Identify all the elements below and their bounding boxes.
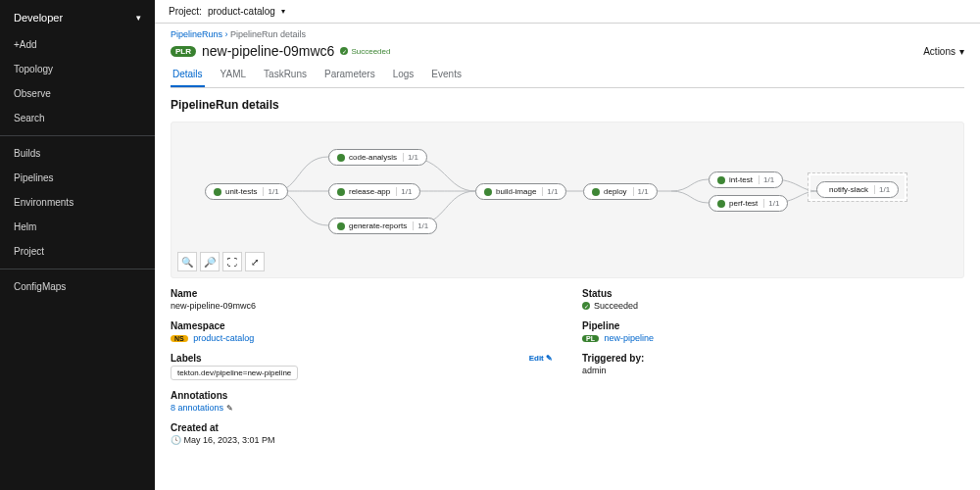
node-unit-tests[interactable]: unit-tests 1/1 bbox=[205, 183, 288, 200]
sidebar-item-project[interactable]: Project bbox=[0, 240, 155, 263]
node-perf-test[interactable]: perf-test 1/1 bbox=[709, 195, 788, 212]
sidebar-item-helm[interactable]: Helm bbox=[0, 216, 155, 238]
tabs: Details YAML TaskRuns Parameters Logs Ev… bbox=[171, 63, 964, 88]
tab-parameters[interactable]: Parameters bbox=[322, 63, 377, 87]
node-code-analysis[interactable]: code-analysis 1/1 bbox=[328, 149, 427, 166]
node-ratio: 1/1 bbox=[874, 185, 890, 194]
success-icon bbox=[214, 188, 221, 196]
sidebar-item-environments[interactable]: Environments bbox=[0, 191, 155, 214]
status-text: Succeeded bbox=[351, 47, 390, 56]
triggered-key: Triggered by: bbox=[582, 353, 964, 364]
success-icon: ✓ bbox=[340, 47, 348, 55]
node-label: perf-test bbox=[729, 199, 758, 208]
node-label: code-analysis bbox=[349, 153, 397, 162]
namespace-badge: NS bbox=[171, 335, 188, 342]
node-int-test[interactable]: int-test 1/1 bbox=[709, 172, 783, 188]
node-label: notify-slack bbox=[829, 185, 868, 194]
node-label: int-test bbox=[729, 175, 753, 184]
namespace-link[interactable]: product-catalog bbox=[193, 333, 254, 343]
tab-taskruns[interactable]: TaskRuns bbox=[262, 63, 309, 87]
node-ratio: 1/1 bbox=[413, 221, 428, 230]
node-label: unit-tests bbox=[225, 187, 257, 196]
success-icon bbox=[592, 188, 600, 196]
success-icon bbox=[484, 188, 492, 196]
actions-menu[interactable]: Actions ▾ bbox=[923, 46, 964, 57]
sidebar-item-topology[interactable]: Topology bbox=[0, 58, 155, 80]
sidebar-item-pipelines[interactable]: Pipelines bbox=[0, 167, 155, 189]
node-ratio: 1/1 bbox=[403, 153, 418, 162]
success-icon bbox=[337, 154, 345, 162]
success-icon bbox=[337, 188, 345, 196]
node-build-image[interactable]: build-image 1/1 bbox=[475, 183, 566, 200]
perspective-label: Developer bbox=[14, 12, 63, 24]
divider bbox=[0, 269, 155, 270]
pencil-icon: ✎ bbox=[546, 354, 553, 363]
sidebar-item-builds[interactable]: Builds bbox=[0, 142, 155, 165]
divider bbox=[0, 135, 155, 136]
node-notify-slack[interactable]: notify-slack 1/1 bbox=[816, 181, 899, 198]
node-label: build-image bbox=[496, 187, 536, 196]
tab-logs[interactable]: Logs bbox=[391, 63, 416, 87]
node-ratio: 1/1 bbox=[263, 187, 278, 196]
chevron-down-icon: ▾ bbox=[959, 46, 964, 57]
annotations-key: Annotations bbox=[171, 390, 553, 401]
perspective-switcher[interactable]: Developer ▾ bbox=[0, 6, 155, 33]
sidebar-item-configmaps[interactable]: ConfigMaps bbox=[0, 275, 155, 298]
zoom-in-button[interactable]: 🔍 bbox=[177, 252, 197, 271]
created-value: May 16, 2023, 3:01 PM bbox=[184, 435, 275, 445]
success-icon bbox=[717, 176, 725, 184]
node-ratio: 1/1 bbox=[396, 187, 412, 196]
triggered-value: admin bbox=[582, 366, 964, 375]
edit-labels-link[interactable]: Edit ✎ bbox=[529, 354, 553, 363]
node-label: deploy bbox=[604, 187, 627, 196]
success-icon bbox=[337, 222, 345, 230]
main-content: Project: product-catalog ▾ PipelineRuns … bbox=[155, 0, 980, 490]
chevron-down-icon: ▾ bbox=[136, 13, 141, 23]
created-key: Created at bbox=[171, 422, 553, 433]
status-key: Status bbox=[582, 288, 964, 299]
label-chip[interactable]: tekton.dev/pipeline=new-pipeline bbox=[171, 366, 298, 380]
zoom-out-button[interactable]: 🔎 bbox=[200, 252, 220, 271]
section-heading: PipelineRun details bbox=[171, 98, 964, 112]
pipeline-link[interactable]: new-pipeline bbox=[604, 333, 654, 343]
node-generate-reports[interactable]: generate-reports 1/1 bbox=[328, 218, 437, 234]
node-ratio: 1/1 bbox=[763, 199, 779, 208]
breadcrumb-root[interactable]: PipelineRuns bbox=[171, 29, 222, 39]
project-label: Project: bbox=[169, 6, 202, 17]
tab-yaml[interactable]: YAML bbox=[219, 63, 249, 87]
node-release-app[interactable]: release-app 1/1 bbox=[328, 183, 420, 200]
pipeline-graph[interactable]: unit-tests 1/1 code-analysis 1/1 release… bbox=[171, 122, 964, 278]
sidebar-item-search[interactable]: Search bbox=[0, 107, 155, 129]
project-bar[interactable]: Project: product-catalog ▾ bbox=[155, 0, 980, 24]
pencil-icon[interactable]: ✎ bbox=[226, 404, 233, 413]
node-label: generate-reports bbox=[349, 221, 407, 230]
success-icon bbox=[717, 200, 725, 208]
success-icon: ✓ bbox=[582, 302, 590, 310]
sidebar-item-add[interactable]: +Add bbox=[0, 33, 155, 56]
tab-details[interactable]: Details bbox=[171, 63, 205, 87]
actions-label: Actions bbox=[923, 46, 956, 57]
labels-key: Labels bbox=[171, 353, 202, 364]
node-highlight: notify-slack 1/1 bbox=[808, 173, 906, 201]
node-ratio: 1/1 bbox=[759, 175, 774, 184]
tab-events[interactable]: Events bbox=[429, 63, 464, 87]
status-value: Succeeded bbox=[594, 301, 638, 311]
fit-button[interactable]: ⛶ bbox=[222, 252, 242, 271]
sidebar-item-observe[interactable]: Observe bbox=[0, 82, 155, 105]
project-value: product-catalog bbox=[208, 6, 275, 17]
pipeline-badge: PL bbox=[582, 335, 599, 342]
node-label: release-app bbox=[349, 187, 390, 196]
annotations-link[interactable]: 8 annotations bbox=[171, 403, 223, 413]
resource-badge: PLR bbox=[171, 46, 196, 57]
pipeline-key: Pipeline bbox=[582, 320, 964, 331]
breadcrumb-current: PipelineRun details bbox=[230, 29, 306, 39]
clock-icon: 🕓 bbox=[171, 435, 181, 445]
reset-button[interactable]: ⤢ bbox=[245, 252, 265, 271]
name-key: Name bbox=[171, 288, 553, 299]
page-title: new-pipeline-09mwc6 bbox=[202, 43, 334, 59]
namespace-key: Namespace bbox=[171, 320, 553, 331]
breadcrumb: PipelineRuns › PipelineRun details bbox=[171, 29, 964, 39]
node-ratio: 1/1 bbox=[542, 187, 558, 196]
zoom-toolbar: 🔍 🔎 ⛶ ⤢ bbox=[177, 252, 265, 271]
node-deploy[interactable]: deploy 1/1 bbox=[583, 183, 658, 200]
